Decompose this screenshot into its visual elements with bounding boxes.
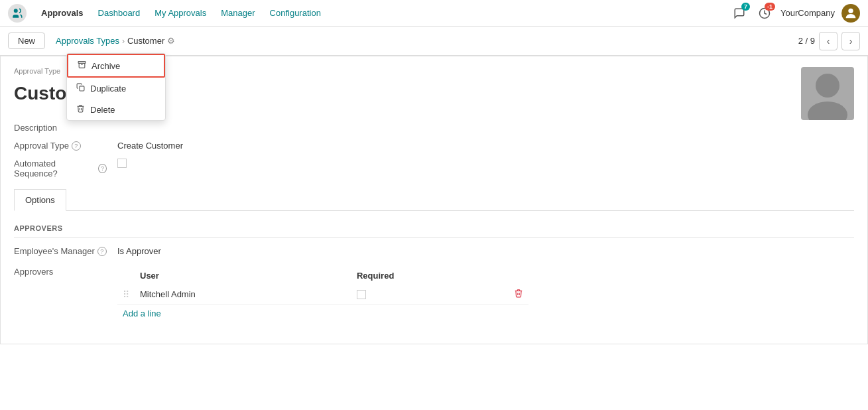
description-row: Description	[14, 123, 854, 133]
employee-manager-row: Employee's Manager ? Is Approver	[14, 246, 854, 256]
toolbar-right: 2 / 9 ‹ ›	[798, 32, 860, 50]
context-menu: Archive Duplicate Delete	[66, 53, 166, 121]
nav-configuration[interactable]: Configuration	[265, 8, 326, 18]
svg-point-0	[14, 9, 18, 13]
user-cell: Mitchell Admin	[135, 285, 351, 305]
col-user-header: User	[135, 267, 351, 285]
automated-seq-checkbox[interactable]	[117, 159, 127, 168]
nav-left: Approvals Dashboard My Approvals Manager…	[8, 4, 730, 23]
prev-button[interactable]: ‹	[819, 32, 837, 50]
menu-duplicate-label: Duplicate	[90, 84, 126, 94]
clock-badge: -1	[765, 3, 775, 11]
svg-rect-3	[78, 62, 86, 64]
nav-my-approvals[interactable]: My Approvals	[149, 8, 212, 18]
delete-cell	[509, 285, 528, 305]
approval-type-value: Create Customer	[117, 141, 183, 151]
approvers-table: User Required ⠿ Mitchell	[117, 267, 528, 305]
approval-type-field-name: Approval Type ?	[14, 141, 107, 151]
drag-handle-icon[interactable]: ⠿	[123, 289, 129, 300]
required-cell	[351, 285, 509, 305]
user-avatar[interactable]	[841, 4, 860, 23]
breadcrumb-current-text: Customer	[127, 36, 164, 46]
col-drag	[117, 267, 135, 285]
tabs-bar: Options	[14, 189, 854, 211]
breadcrumb-current: Customer ⚙	[127, 36, 175, 46]
nav-right: 7 -1 YourCompany	[730, 4, 860, 23]
automated-seq-row: Automated Sequence? ?	[14, 159, 854, 178]
approvers-row: Approvers User Required	[14, 267, 854, 322]
table-row: ⠿ Mitchell Admin	[117, 285, 528, 305]
approvers-table-wrapper: User Required ⠿ Mitchell	[117, 267, 528, 322]
next-button[interactable]: ›	[841, 32, 860, 50]
approval-type-help-icon[interactable]: ?	[72, 141, 81, 151]
employee-manager-label: Employee's Manager ?	[14, 246, 107, 256]
approvers-section-header: APPROVERS	[14, 222, 854, 238]
tab-content-options: APPROVERS Employee's Manager ? Is Approv…	[14, 211, 854, 333]
tab-options[interactable]: Options	[14, 189, 66, 211]
app-icon	[8, 4, 27, 23]
company-name: YourCompany	[780, 8, 835, 18]
menu-item-duplicate[interactable]: Duplicate	[67, 78, 165, 99]
nav-dashboard[interactable]: Dashboard	[93, 8, 146, 18]
automated-seq-help-icon[interactable]: ?	[98, 164, 107, 173]
archive-icon	[78, 60, 86, 71]
employee-manager-help-icon[interactable]: ?	[97, 247, 107, 256]
drag-handle-cell: ⠿	[117, 285, 135, 305]
automated-seq-label: Automated Sequence? ?	[14, 159, 107, 178]
breadcrumb-parent[interactable]: Approvals Types	[56, 36, 119, 46]
profile-image[interactable]	[801, 67, 854, 120]
pagination-info: 2 / 9	[798, 36, 815, 46]
menu-delete-label: Delete	[90, 105, 115, 115]
menu-archive-label: Archive	[92, 61, 120, 71]
col-action-header	[509, 267, 528, 285]
menu-item-archive[interactable]: Archive	[67, 54, 165, 78]
description-label: Description	[14, 123, 107, 133]
nav-manager[interactable]: Manager	[216, 8, 260, 18]
nav-approvals[interactable]: Approvals	[36, 8, 89, 18]
toolbar: New Approvals Types › Customer ⚙ Archive	[0, 27, 868, 56]
new-button[interactable]: New	[8, 33, 45, 49]
delete-row-icon[interactable]	[514, 289, 523, 300]
employee-manager-value: Is Approver	[117, 246, 161, 256]
approvers-label: Approvers	[14, 267, 107, 277]
svg-point-6	[808, 102, 847, 120]
breadcrumb-separator: ›	[122, 36, 125, 46]
user-name: Mitchell Admin	[140, 289, 196, 299]
gear-icon[interactable]: ⚙	[167, 36, 175, 46]
messages-button[interactable]: 7	[730, 4, 749, 23]
required-checkbox[interactable]	[357, 290, 366, 299]
svg-point-2	[848, 8, 853, 13]
delete-icon	[76, 104, 85, 115]
svg-point-5	[816, 74, 839, 98]
breadcrumb: Approvals Types › Customer ⚙	[56, 36, 175, 46]
col-required-header: Required	[351, 267, 509, 285]
approval-type-row: Approval Type ? Create Customer	[14, 141, 854, 151]
top-navigation: Approvals Dashboard My Approvals Manager…	[0, 0, 868, 27]
clock-button[interactable]: -1	[755, 4, 774, 23]
duplicate-icon	[76, 83, 85, 94]
svg-rect-4	[80, 86, 84, 91]
menu-item-delete[interactable]: Delete	[67, 99, 165, 120]
messages-badge: 7	[741, 3, 750, 11]
add-line-button[interactable]: Add a line	[117, 305, 166, 322]
